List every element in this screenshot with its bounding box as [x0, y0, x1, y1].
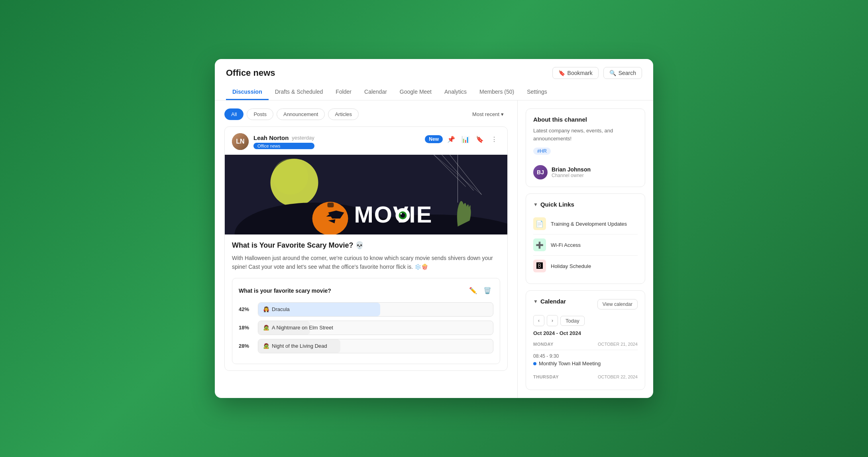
- calendar-section: ▼ Calendar View calendar ‹ › Today Oct 2…: [526, 290, 645, 390]
- poll-pct-1: 42%: [239, 306, 253, 312]
- filter-announcement[interactable]: Announcement: [277, 108, 325, 120]
- poll-pct-3: 28%: [239, 343, 253, 349]
- filter-posts[interactable]: Posts: [247, 108, 273, 120]
- tab-discussion[interactable]: Discussion: [226, 85, 269, 100]
- tab-settings[interactable]: Settings: [520, 85, 554, 100]
- svg-point-2: [273, 159, 308, 195]
- filter-articles[interactable]: Articles: [328, 108, 359, 120]
- search-icon: 🔍: [609, 70, 616, 76]
- about-description: Latest company news, events, and announc…: [533, 127, 638, 142]
- quick-link-wifi[interactable]: ➕ Wi-Fi Access: [533, 234, 638, 256]
- filter-all[interactable]: All: [224, 108, 244, 120]
- header-top: Office news 🔖 Bookmark 🔍 Search: [226, 67, 642, 79]
- poll-bar-container-2[interactable]: 🧟 A Nightmare on Elm Street: [258, 321, 493, 335]
- event-dot: [533, 362, 536, 365]
- owner-avatar: BJ: [533, 165, 548, 179]
- tab-folder[interactable]: Folder: [329, 85, 358, 100]
- hr-tag[interactable]: #HR: [533, 148, 551, 155]
- calendar-day2-header: THURSDAY OCTOBER 22, 2024: [533, 374, 638, 379]
- tab-calendar[interactable]: Calendar: [358, 85, 393, 100]
- feed-section: All Posts Announcement Articles Most rec…: [215, 100, 518, 398]
- day2-label: THURSDAY: [533, 374, 559, 379]
- author-name: Leah Norton: [253, 134, 289, 141]
- post-body: What is Your Favorite Scary Movie? 💀 Wit…: [225, 234, 507, 370]
- post-card: LN Leah Norton yesterday Office news New: [224, 126, 508, 371]
- calendar-prev-button[interactable]: ‹: [533, 315, 544, 326]
- poll-option-3[interactable]: 28% 🧟 Night of the Living Dead: [239, 339, 493, 353]
- channel-badge[interactable]: Office news: [253, 143, 314, 149]
- svg-text:MOVIE: MOVIE: [354, 201, 433, 227]
- day1-label: MONDAY: [533, 342, 554, 347]
- post-image: MOVIE: [225, 155, 507, 234]
- chevron-down-icon: ▾: [501, 111, 504, 117]
- event1-time: 08:45 - 9:30: [533, 353, 638, 359]
- quick-link-holiday[interactable]: 🅱 Holiday Schedule: [533, 256, 638, 276]
- day1-date: OCTOBER 21, 2024: [598, 342, 638, 347]
- bookmark-button[interactable]: 🔖 Bookmark: [552, 67, 599, 79]
- sort-dropdown[interactable]: Most recent ▾: [468, 109, 508, 120]
- quick-links-title: Quick Links: [540, 201, 574, 208]
- bookmark-icon: 🔖: [558, 70, 565, 76]
- page-title: Office news: [226, 68, 275, 78]
- chevron-down-icon: ▼: [533, 202, 538, 207]
- calendar-event-1[interactable]: 08:45 - 9:30 Monthly Town Hall Meeting: [533, 350, 638, 370]
- calendar-header: ▼ Calendar: [533, 298, 566, 305]
- post-author: LN Leah Norton yesterday Office news: [232, 133, 314, 150]
- quick-link-training-label: Training & Development Updates: [551, 221, 627, 227]
- more-options-button[interactable]: ⋮: [488, 133, 500, 145]
- day2-date: OCTOBER 22, 2024: [598, 374, 638, 379]
- calendar-header-row: ▼ Calendar View calendar: [533, 298, 638, 310]
- post-text: With Halloween just around the corner, w…: [232, 254, 500, 272]
- post-header: LN Leah Norton yesterday Office news New: [225, 127, 507, 155]
- app-container: Office news 🔖 Bookmark 🔍 Search Discussi…: [215, 59, 653, 398]
- post-time: yesterday: [292, 135, 314, 141]
- poll-option-2[interactable]: 18% 🧟 A Nightmare on Elm Street: [239, 321, 493, 335]
- main-content: All Posts Announcement Articles Most rec…: [215, 100, 653, 398]
- bookmark-post-button[interactable]: 🔖: [474, 133, 486, 145]
- filter-buttons: All Posts Announcement Articles: [224, 108, 359, 120]
- poll-label-3: 🧟 Night of the Living Dead: [263, 343, 327, 349]
- poll-bar-container-1[interactable]: 🧛 Dracula: [258, 302, 493, 317]
- avatar: LN: [232, 133, 249, 150]
- about-section: About this channel Latest company news, …: [526, 108, 645, 187]
- chevron-down-icon: ▼: [533, 299, 538, 304]
- halloween-scene-svg: MOVIE: [225, 155, 507, 234]
- view-calendar-button[interactable]: View calendar: [597, 299, 638, 309]
- tab-members[interactable]: Members (50): [473, 85, 520, 100]
- poll-question: What is your favorite scary movie?: [239, 288, 331, 294]
- poll-option-1[interactable]: 42% 🧛 Dracula: [239, 302, 493, 317]
- pin-button[interactable]: 📌: [445, 133, 457, 145]
- about-title: About this channel: [533, 116, 638, 123]
- nav-tabs: Discussion Drafts & Scheduled Folder Cal…: [226, 85, 642, 100]
- quick-links-header: ▼ Quick Links: [533, 201, 638, 208]
- training-icon: 📄: [533, 217, 546, 230]
- poll-header: What is your favorite scary movie? ✏️ 🗑️: [239, 285, 493, 297]
- calendar-title: Calendar: [540, 298, 566, 305]
- post-actions: New 📌 📊 🔖 ⋮: [425, 133, 500, 145]
- header-actions: 🔖 Bookmark 🔍 Search: [552, 67, 642, 79]
- sidebar: About this channel Latest company news, …: [518, 100, 653, 398]
- poll-pct-2: 18%: [239, 325, 253, 331]
- quick-link-training[interactable]: 📄 Training & Development Updates: [533, 213, 638, 234]
- search-button[interactable]: 🔍 Search: [603, 67, 642, 79]
- svg-rect-11: [328, 203, 334, 207]
- author-info: Leah Norton yesterday Office news: [253, 134, 314, 149]
- poll-label-1: 🧛 Dracula: [263, 306, 290, 312]
- quick-link-wifi-label: Wi-Fi Access: [551, 242, 581, 248]
- tab-analytics[interactable]: Analytics: [438, 85, 473, 100]
- tab-drafts[interactable]: Drafts & Scheduled: [269, 85, 330, 100]
- calendar-nav: ‹ › Today: [533, 315, 638, 326]
- poll-delete-button[interactable]: 🗑️: [481, 285, 493, 297]
- poll-edit-button[interactable]: ✏️: [467, 285, 479, 297]
- calendar-next-button[interactable]: ›: [547, 315, 558, 326]
- calendar-today-button[interactable]: Today: [560, 316, 585, 326]
- owner-role: Channel owner: [552, 173, 591, 178]
- quick-links-section: ▼ Quick Links 📄 Training & Development U…: [526, 193, 645, 284]
- owner-name: Brian Johnson: [552, 166, 591, 173]
- tab-googlemeet[interactable]: Google Meet: [393, 85, 438, 100]
- poll-label-2: 🧟 A Nightmare on Elm Street: [263, 325, 333, 331]
- analytics-button[interactable]: 📊: [460, 133, 471, 145]
- holiday-icon: 🅱: [533, 260, 546, 272]
- quick-link-holiday-label: Holiday Schedule: [551, 263, 591, 269]
- poll-bar-container-3[interactable]: 🧟 Night of the Living Dead: [258, 339, 493, 353]
